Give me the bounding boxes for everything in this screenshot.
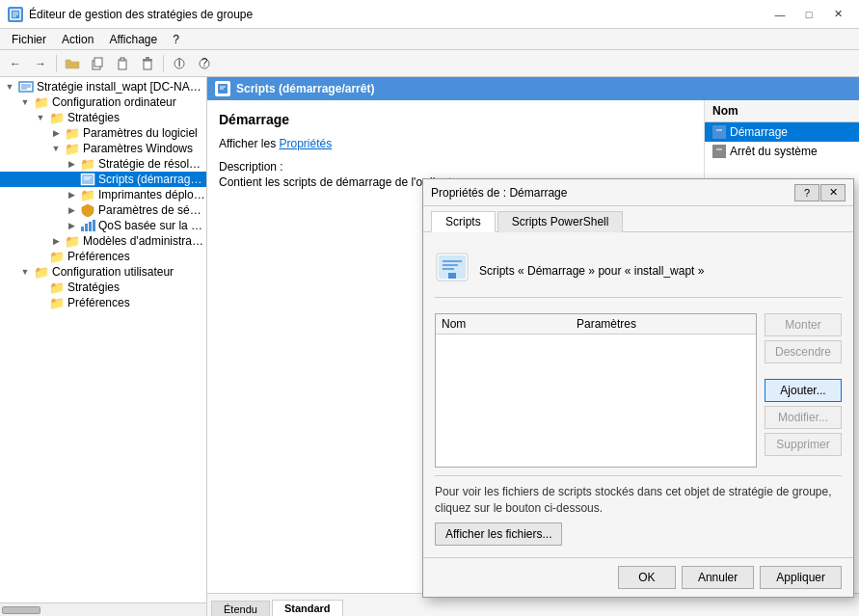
left-pane-scrollbar[interactable] (0, 603, 206, 616)
folder-icon: 📁 (33, 95, 50, 109)
tree-toggle: ▶ (48, 128, 64, 138)
copy-button[interactable] (86, 53, 109, 74)
tree-item-prefs-2[interactable]: 📁 Préférences (0, 295, 206, 310)
tab-standard[interactable]: Standard (272, 600, 343, 616)
forward-button[interactable]: → (29, 53, 52, 74)
tree-item-imprimantes[interactable]: ▶ 📁 Imprimantes déployée… (0, 187, 206, 202)
menu-bar: Fichier Action Affichage ? (0, 29, 859, 50)
dialog-side-buttons: Monter Descendre Ajouter... Modifier... … (765, 313, 842, 468)
tree-item-qos[interactable]: ▶ QoS basée sur la stra… (0, 218, 206, 233)
paste-button[interactable] (111, 53, 134, 74)
properties-button[interactable]: i (168, 53, 191, 74)
tree-item-computer-config[interactable]: ▼ 📁 Configuration ordinateur (0, 94, 206, 110)
app-icon (8, 7, 23, 22)
tree-item-policy[interactable]: ▼ Stratégie install_wapt [DC-NANTES. (0, 79, 206, 94)
dialog-help-button[interactable]: ? (794, 184, 819, 201)
monter-button[interactable]: Monter (765, 313, 842, 336)
ok-button[interactable]: OK (618, 566, 676, 589)
folder-icon: 📁 (48, 250, 66, 263)
toolbar: ← → i ? (0, 50, 859, 77)
back-button[interactable]: ← (4, 53, 27, 74)
col-nom: Nom (442, 317, 577, 331)
tree-view: ▼ Stratégie install_wapt [DC-NANTES. ▼ 📁… (0, 77, 206, 603)
tree-label: QoS basée sur la stra… (98, 219, 206, 232)
tree-item-logiciel[interactable]: ▶ 📁 Paramètres du logiciel (0, 125, 206, 141)
window-title: Éditeur de gestion des stratégies de gro… (29, 8, 253, 21)
name-item-arret[interactable]: Arrêt du système (705, 142, 859, 161)
dialog-title-controls[interactable]: ? ✕ (794, 184, 846, 201)
demarrage-icon (712, 125, 726, 139)
tree-item-strategies-2[interactable]: 📁 Stratégies (0, 280, 206, 295)
tree-label: Stratégie de résolutio (98, 157, 206, 171)
tree-toggle: ▼ (33, 113, 48, 122)
qos-icon (79, 219, 96, 232)
tree-label: Paramètres Windows (83, 142, 193, 155)
center-header: Scripts (démarrage/arrêt) (207, 77, 859, 100)
table-area: Nom Paramètres (435, 313, 757, 468)
table-body[interactable] (436, 335, 756, 465)
svg-rect-7 (121, 58, 124, 61)
window-controls[interactable]: — □ ✕ (766, 5, 851, 24)
supprimer-button[interactable]: Supprimer (765, 433, 842, 456)
show-files-button[interactable]: Afficher les fichiers... (435, 522, 562, 546)
dialog-tab-scripts[interactable]: Scripts (431, 211, 496, 232)
tab-etendu[interactable]: Étendu (211, 601, 270, 616)
cancel-button[interactable]: Annuler (682, 566, 754, 589)
table-buttons-area: Nom Paramètres Monter Descendre Ajouter.… (435, 313, 842, 468)
tree-label: Modèles d'administra… (83, 234, 203, 248)
tree-item-windows[interactable]: ▼ 📁 Paramètres Windows (0, 141, 206, 156)
link-label: Afficher les (219, 137, 279, 150)
folder-icon: 📁 (64, 234, 81, 248)
svg-rect-24 (85, 224, 88, 231)
properties-dialog[interactable]: Propriétés de : Démarrage ? ✕ Scripts Sc… (422, 178, 854, 598)
name-item-demarrage[interactable]: Démarrage (705, 122, 859, 142)
table-header: Nom Paramètres (436, 314, 756, 335)
center-header-title: Scripts (démarrage/arrêt) (236, 82, 374, 95)
tree-toggle: ▼ (2, 82, 17, 92)
folder-button[interactable] (61, 53, 84, 74)
minimize-button[interactable]: — (766, 5, 793, 24)
menu-affichage[interactable]: Affichage (101, 31, 165, 48)
tree-toggle: ▶ (64, 205, 79, 215)
menu-action[interactable]: Action (54, 31, 101, 48)
descendre-button[interactable]: Descendre (765, 340, 842, 363)
properties-link[interactable]: Propriétés (279, 137, 332, 150)
tree-item-user-config[interactable]: ▼ 📁 Configuration utilisateur (0, 264, 206, 280)
arret-icon (712, 145, 726, 158)
svg-rect-23 (81, 227, 84, 231)
desc-label: Description : (219, 160, 692, 174)
btn-spacer (765, 367, 842, 375)
apply-button[interactable]: Appliquer (760, 566, 842, 589)
tree-item-resolution[interactable]: ▶ 📁 Stratégie de résolutio (0, 156, 206, 172)
dialog-tabs: Scripts Scripts PowerShell (423, 206, 853, 232)
demarrage-label: Démarrage (730, 125, 788, 139)
svg-rect-26 (93, 220, 95, 231)
tree-label: Préférences (67, 250, 130, 263)
tree-item-scripts[interactable]: Scripts (démarrage/a… (0, 172, 206, 187)
menu-help[interactable]: ? (165, 31, 187, 48)
help-button[interactable]: ? (193, 53, 216, 74)
dialog-close-button[interactable]: ✕ (820, 184, 846, 201)
tree-label: Stratégie install_wapt [DC-NANTES. (37, 80, 206, 94)
tree-label: Paramètres du logiciel (83, 126, 198, 140)
footer-text-area: Pour voir les fichiers de scripts stocké… (435, 475, 842, 546)
script-info-text: Scripts « Démarrage » pour « install_wap… (479, 264, 704, 278)
scripts-icon (79, 173, 96, 186)
dialog-tab-powershell[interactable]: Scripts PowerShell (497, 211, 624, 232)
dialog-title: Propriétés de : Démarrage (431, 186, 567, 200)
svg-rect-8 (144, 61, 151, 69)
menu-fichier[interactable]: Fichier (4, 31, 54, 48)
security-icon (79, 203, 96, 217)
col-params: Paramètres (577, 317, 750, 331)
maximize-button[interactable]: □ (795, 5, 822, 24)
modifier-button[interactable]: Modifier... (765, 406, 842, 429)
tree-item-prefs-1[interactable]: 📁 Préférences (0, 249, 206, 264)
name-column-header: Nom (705, 100, 859, 122)
delete-button[interactable] (136, 53, 159, 74)
tree-item-securite[interactable]: ▶ Paramètres de sécuri… (0, 202, 206, 218)
separator-1 (56, 55, 57, 72)
ajouter-button[interactable]: Ajouter... (765, 379, 842, 402)
tree-item-strategies-1[interactable]: ▼ 📁 Stratégies (0, 110, 206, 125)
tree-item-modeles[interactable]: ▶ 📁 Modèles d'administra… (0, 233, 206, 249)
close-button[interactable]: ✕ (824, 5, 851, 24)
